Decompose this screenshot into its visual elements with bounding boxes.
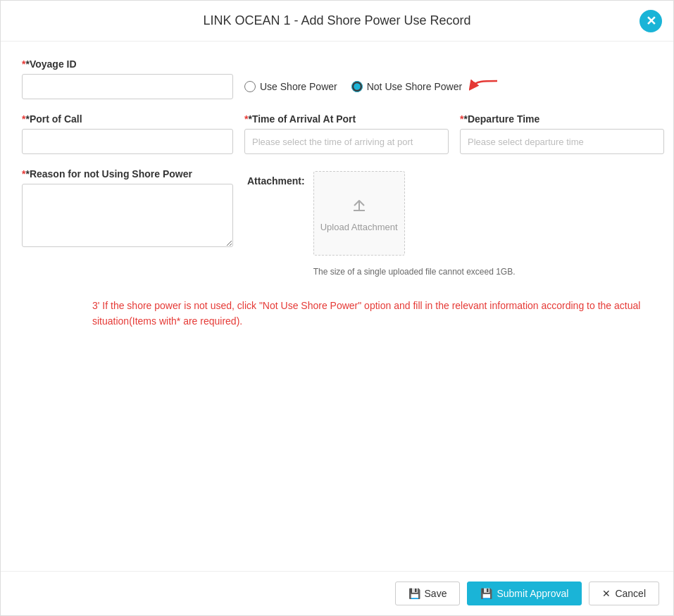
arrival-time-group: **Time of Arrival At Port: [244, 113, 449, 154]
cancel-label: Cancel: [615, 588, 646, 599]
voyage-id-input[interactable]: [22, 74, 233, 99]
submit-icon: 💾: [480, 588, 492, 599]
save-icon: 💾: [408, 588, 420, 599]
upload-icon-svg: [349, 195, 370, 216]
row-port-times: **Port of Call **Time of Arrival At Port…: [22, 113, 652, 154]
not-use-shore-power-label: Not Use Shore Power: [367, 81, 462, 92]
not-use-shore-power-radio[interactable]: [351, 81, 363, 92]
submit-label: Submit Approval: [497, 588, 568, 599]
close-icon: ✕: [646, 13, 656, 29]
port-of-call-input[interactable]: [22, 129, 233, 154]
cancel-button[interactable]: ✕ Cancel: [589, 582, 659, 605]
port-of-call-label: **Port of Call: [22, 113, 233, 125]
voyage-id-group: **Voyage ID: [22, 58, 233, 99]
reason-attachment-section: **Reason for not Using Shore Power Attac…: [22, 168, 652, 277]
modal-body: **Voyage ID Use Shore Power Not Use Shor…: [1, 42, 673, 571]
red-arrow-icon: [469, 78, 500, 95]
modal-container: LINK OCEAN 1 - Add Shore Power Use Recor…: [0, 0, 674, 616]
cancel-icon: ✕: [602, 588, 611, 599]
modal-header: LINK OCEAN 1 - Add Shore Power Use Recor…: [1, 1, 673, 42]
upload-text: Upload Attachment: [315, 222, 404, 232]
attachment-section: Attachment: Upload Attachment The size o: [247, 171, 516, 277]
submit-approval-button[interactable]: 💾 Submit Approval: [467, 582, 582, 605]
reason-group: **Reason for not Using Shore Power: [22, 168, 233, 247]
save-label: Save: [425, 588, 447, 599]
arrival-time-input[interactable]: [244, 129, 449, 154]
attachment-label: Attachment:: [247, 175, 305, 187]
upload-arrow-icon: [349, 195, 370, 216]
voyage-id-label: **Voyage ID: [22, 58, 233, 70]
departure-time-group: **Departure Time: [460, 113, 664, 154]
close-button[interactable]: ✕: [639, 10, 662, 32]
file-size-note: The size of a single uploaded file canno…: [313, 267, 516, 277]
modal-footer: 💾 Save 💾 Submit Approval ✕ Cancel: [1, 571, 673, 615]
departure-time-input[interactable]: [460, 129, 664, 154]
use-shore-power-option[interactable]: Use Shore Power: [244, 81, 337, 92]
save-button[interactable]: 💾 Save: [395, 582, 461, 605]
reason-textarea[interactable]: [22, 184, 233, 247]
use-shore-power-label: Use Shore Power: [260, 81, 337, 92]
shore-power-radio-group: Use Shore Power Not Use Shore Power: [244, 78, 500, 95]
upload-button[interactable]: Upload Attachment: [313, 171, 405, 256]
use-shore-power-radio[interactable]: [244, 81, 256, 92]
port-of-call-group: **Port of Call: [22, 113, 233, 154]
departure-time-label: **Departure Time: [460, 113, 664, 125]
row-voyage-radio: **Voyage ID Use Shore Power Not Use Shor…: [22, 58, 652, 99]
reason-label: **Reason for not Using Shore Power: [22, 168, 233, 180]
instruction-text: 3' If the shore power is not used, click…: [92, 298, 652, 329]
not-use-shore-power-option[interactable]: Not Use Shore Power: [351, 78, 500, 95]
modal-title: LINK OCEAN 1 - Add Shore Power Use Recor…: [203, 13, 470, 28]
arrival-time-label: **Time of Arrival At Port: [244, 113, 449, 125]
